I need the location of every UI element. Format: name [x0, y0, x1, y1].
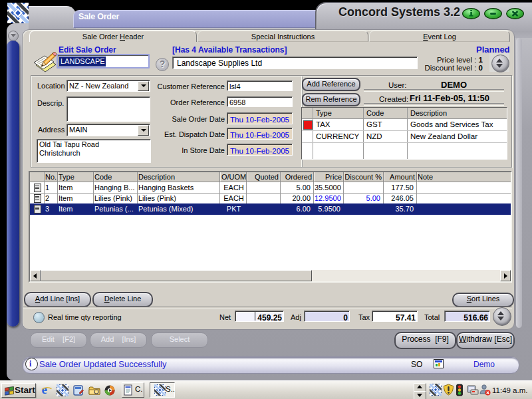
svg-text:e: e	[42, 384, 47, 396]
